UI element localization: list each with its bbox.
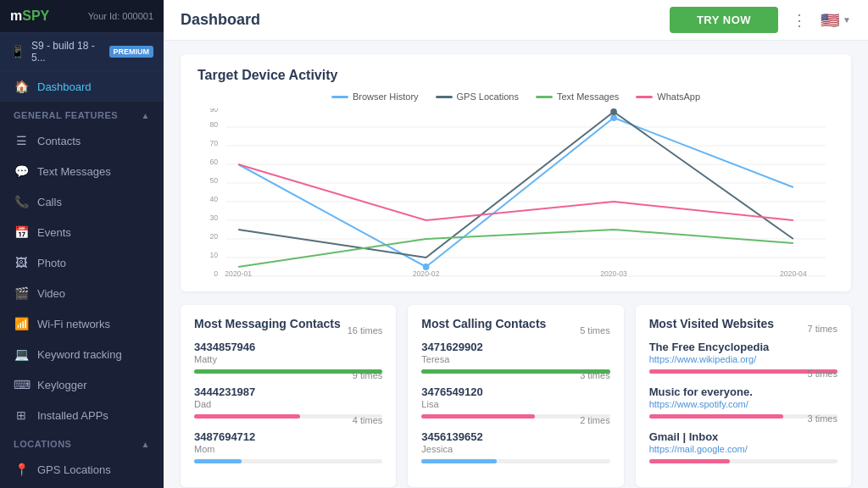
device-name: S9 - build 18 - 5... [31, 40, 103, 64]
more-options-icon[interactable]: ⋮ [792, 11, 807, 30]
legend-whatsapp: WhatsApp [636, 92, 700, 102]
contact-number: 3471629902 [421, 341, 609, 353]
contact-times: 16 times [348, 325, 383, 336]
legend-color-text [536, 96, 553, 98]
sidebar-item-label: Wi-Fi networks [37, 318, 110, 330]
contact-number: 3487694712 [194, 430, 382, 443]
sidebar-item-label: Contacts [37, 135, 81, 147]
svg-text:40: 40 [209, 195, 218, 203]
contact-bar-wrap [649, 459, 837, 463]
user-id: Your Id: 000001 [88, 11, 153, 21]
general-features-label: GENERAL FEATURES [14, 110, 118, 120]
logo-m: m [10, 8, 22, 23]
sidebar-header: mSPY Your Id: 000001 [0, 0, 164, 33]
contact-bar [421, 414, 534, 419]
svg-text:2020-01: 2020-01 [225, 269, 252, 278]
website-times: 5 times [808, 369, 837, 379]
svg-text:0: 0 [214, 269, 218, 278]
language-selector[interactable]: 🇺🇸 ▼ [821, 11, 851, 30]
legend-gps-locations: GPS Locations [436, 92, 519, 102]
legend-color-whatsapp [636, 96, 653, 98]
logo-spy: SPY [22, 8, 49, 23]
device-row[interactable]: 📱 S9 - build 18 - 5... PREMIUM [0, 33, 164, 71]
legend-label-gps: GPS Locations [457, 92, 519, 102]
try-now-button[interactable]: TRY NOW [670, 7, 778, 33]
contact-number: 3444231987 [194, 385, 382, 398]
svg-text:10: 10 [209, 251, 218, 259]
website-title: The Free Encyclopedia [649, 341, 837, 353]
sidebar-item-gps[interactable]: 📍 GPS Locations [0, 454, 164, 485]
sidebar-item-label: Events [37, 226, 71, 239]
contact-name: Matty [194, 354, 382, 364]
chevron-down-icon: ▼ [843, 15, 851, 25]
calls-icon: 📞 [14, 195, 29, 208]
svg-point-25 [610, 108, 617, 115]
photo-icon: 🖼 [14, 256, 29, 269]
contacts-icon: ☰ [14, 134, 29, 147]
website-url: https://www.wikipedia.org/ [649, 354, 837, 364]
list-item: 3 times 3476549120 Lisa [421, 385, 609, 419]
messaging-contacts-panel: Most Messaging Contacts 16 times 3434857… [181, 305, 396, 487]
sidebar-item-contacts[interactable]: ☰ Contacts [0, 125, 164, 156]
contact-bar-wrap [194, 459, 382, 463]
list-item: 2 times 3456139652 Jessica [421, 430, 609, 463]
sidebar-item-dashboard[interactable]: 🏠 Dashboard [0, 71, 164, 102]
contact-times: 3 times [580, 370, 609, 380]
svg-text:70: 70 [209, 139, 218, 147]
contact-name: Teresa [421, 354, 609, 364]
sidebar-item-calls[interactable]: 📞 Calls [0, 186, 164, 217]
general-features-section: GENERAL FEATURES ▲ [0, 102, 164, 125]
sidebar-item-label: Video [37, 287, 65, 300]
logo: mSPY [10, 8, 49, 24]
sidebar-item-events[interactable]: 📅 Events [0, 217, 164, 247]
chart-svg: 0 10 20 30 40 50 60 70 80 90 [198, 108, 834, 278]
sidebar-item-photo[interactable]: 🖼 Photo [0, 247, 164, 278]
website-url: https://www.spotify.com/ [649, 399, 837, 409]
sidebar-item-video[interactable]: 🎬 Video [0, 278, 164, 308]
website-url: https://mail.google.com/ [649, 444, 837, 454]
events-icon: 📅 [14, 225, 29, 239]
sidebar-item-label: Photo [37, 257, 66, 269]
flag-icon: 🇺🇸 [821, 11, 839, 30]
contact-times: 9 times [353, 370, 382, 380]
contact-times: 4 times [353, 415, 382, 425]
contact-name: Dad [194, 399, 382, 409]
video-icon: 🎬 [14, 286, 29, 300]
contact-number: 3434857946 [194, 341, 382, 353]
contact-name: Lisa [421, 399, 609, 409]
keylogger-icon: ⌨ [14, 378, 29, 391]
sidebar-item-installed-apps[interactable]: ⊞ Installed APPs [0, 400, 164, 430]
svg-text:2020-04: 2020-04 [780, 269, 807, 278]
contact-times: 5 times [580, 325, 609, 336]
premium-badge: PREMIUM [109, 46, 154, 58]
sidebar-item-text-messages[interactable]: 💬 Text Messages [0, 156, 164, 186]
chevron-up-icon: ▲ [142, 111, 150, 120]
contact-bar [194, 459, 242, 463]
website-title: Gmail | Inbox [649, 430, 837, 443]
contact-bar [194, 414, 300, 419]
svg-text:80: 80 [209, 120, 218, 129]
sidebar-item-keyword[interactable]: 💻 Keyword tracking [0, 339, 164, 369]
sidebar-item-label: Calls [37, 196, 62, 208]
panels-row: Most Messaging Contacts 16 times 3434857… [181, 305, 851, 487]
svg-point-24 [610, 114, 617, 121]
contact-number: 3456139652 [421, 430, 609, 443]
list-item: 3 times Gmail | Inbox https://mail.googl… [649, 430, 837, 463]
activity-chart-section: Target Device Activity Browser History G… [181, 54, 851, 291]
sidebar-item-label: Dashboard [37, 80, 92, 93]
contact-name: Jessica [421, 444, 609, 454]
sidebar: mSPY Your Id: 000001 📱 S9 - build 18 - 5… [0, 0, 164, 488]
chevron-up-icon: ▲ [142, 440, 150, 449]
sidebar-item-wifi[interactable]: 📶 Wi-Fi networks [0, 308, 164, 339]
sidebar-item-keylogger[interactable]: ⌨ Keylogger [0, 369, 164, 400]
chart-title: Target Device Activity [198, 68, 834, 83]
contact-number: 3476549120 [421, 385, 609, 398]
sidebar-item-label: Keyword tracking [37, 348, 122, 361]
chart-canvas: 0 10 20 30 40 50 60 70 80 90 [198, 108, 834, 278]
content-area: Target Device Activity Browser History G… [164, 41, 868, 488]
contact-bar-wrap [421, 459, 609, 463]
svg-text:60: 60 [209, 158, 218, 166]
svg-text:30: 30 [209, 214, 218, 222]
sidebar-item-label: Keylogger [37, 379, 87, 391]
keyword-icon: 💻 [14, 347, 29, 361]
